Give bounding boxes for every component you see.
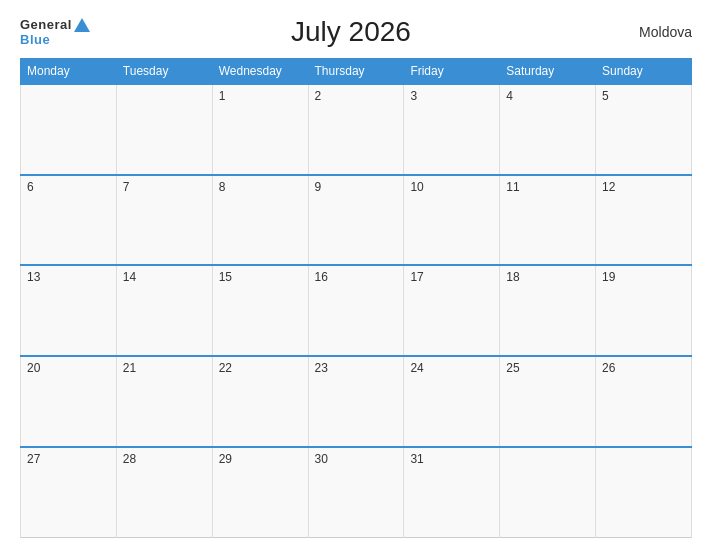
day-number: 11 [506,180,519,194]
calendar-day-cell: 29 [212,447,308,538]
calendar-week-row: 20212223242526 [21,356,692,447]
logo-blue-text: Blue [20,32,50,47]
calendar-week-row: 12345 [21,84,692,175]
calendar-day-cell: 11 [500,175,596,266]
calendar-day-cell: 14 [116,265,212,356]
day-number: 17 [410,270,423,284]
calendar-day-cell: 22 [212,356,308,447]
calendar-day-cell: 16 [308,265,404,356]
calendar-body: 1234567891011121314151617181920212223242… [21,84,692,538]
calendar-day-cell: 18 [500,265,596,356]
calendar-day-cell: 19 [596,265,692,356]
calendar-day-cell: 10 [404,175,500,266]
day-number: 20 [27,361,40,375]
day-number: 6 [27,180,34,194]
day-number: 8 [219,180,226,194]
day-number: 2 [315,89,322,103]
calendar-day-cell: 12 [596,175,692,266]
calendar-day-cell: 2 [308,84,404,175]
calendar-day-cell: 27 [21,447,117,538]
calendar-day-cell: 5 [596,84,692,175]
day-number: 13 [27,270,40,284]
day-number: 7 [123,180,130,194]
day-number: 31 [410,452,423,466]
calendar-day-cell: 31 [404,447,500,538]
day-number: 30 [315,452,328,466]
header-sunday: Sunday [596,59,692,85]
header-wednesday: Wednesday [212,59,308,85]
weekday-header-row: Monday Tuesday Wednesday Thursday Friday… [21,59,692,85]
day-number: 19 [602,270,615,284]
calendar-day-cell: 8 [212,175,308,266]
calendar-day-cell: 6 [21,175,117,266]
calendar-week-row: 2728293031 [21,447,692,538]
day-number: 4 [506,89,513,103]
calendar-week-row: 6789101112 [21,175,692,266]
calendar-day-cell: 21 [116,356,212,447]
day-number: 9 [315,180,322,194]
header-saturday: Saturday [500,59,596,85]
calendar-page: General Blue July 2026 Moldova Monday Tu… [0,0,712,550]
calendar-week-row: 13141516171819 [21,265,692,356]
day-number: 25 [506,361,519,375]
calendar-day-cell: 17 [404,265,500,356]
day-number: 3 [410,89,417,103]
calendar-day-cell: 28 [116,447,212,538]
logo: General Blue [20,17,90,47]
header-tuesday: Tuesday [116,59,212,85]
day-number: 23 [315,361,328,375]
day-number: 18 [506,270,519,284]
day-number: 14 [123,270,136,284]
calendar-day-cell: 4 [500,84,596,175]
calendar-day-cell: 3 [404,84,500,175]
calendar-day-cell: 30 [308,447,404,538]
calendar-day-cell: 13 [21,265,117,356]
country-label: Moldova [612,24,692,40]
calendar-table: Monday Tuesday Wednesday Thursday Friday… [20,58,692,538]
day-number: 24 [410,361,423,375]
day-number: 26 [602,361,615,375]
day-number: 10 [410,180,423,194]
calendar-day-cell: 9 [308,175,404,266]
day-number: 22 [219,361,232,375]
day-number: 16 [315,270,328,284]
calendar-day-cell: 7 [116,175,212,266]
day-number: 15 [219,270,232,284]
calendar-day-cell: 24 [404,356,500,447]
calendar-day-cell: 20 [21,356,117,447]
calendar-day-cell: 15 [212,265,308,356]
logo-general-text: General [20,17,72,32]
day-number: 29 [219,452,232,466]
calendar-day-cell: 26 [596,356,692,447]
header-thursday: Thursday [308,59,404,85]
day-number: 27 [27,452,40,466]
header-monday: Monday [21,59,117,85]
header: General Blue July 2026 Moldova [20,16,692,48]
calendar-day-cell [500,447,596,538]
calendar-day-cell [116,84,212,175]
calendar-day-cell [21,84,117,175]
svg-marker-0 [74,18,90,32]
logo-flag-icon [74,18,90,32]
calendar-day-cell: 23 [308,356,404,447]
day-number: 28 [123,452,136,466]
day-number: 1 [219,89,226,103]
day-number: 21 [123,361,136,375]
calendar-day-cell: 1 [212,84,308,175]
header-friday: Friday [404,59,500,85]
day-number: 5 [602,89,609,103]
calendar-day-cell: 25 [500,356,596,447]
calendar-title: July 2026 [90,16,612,48]
day-number: 12 [602,180,615,194]
calendar-day-cell [596,447,692,538]
